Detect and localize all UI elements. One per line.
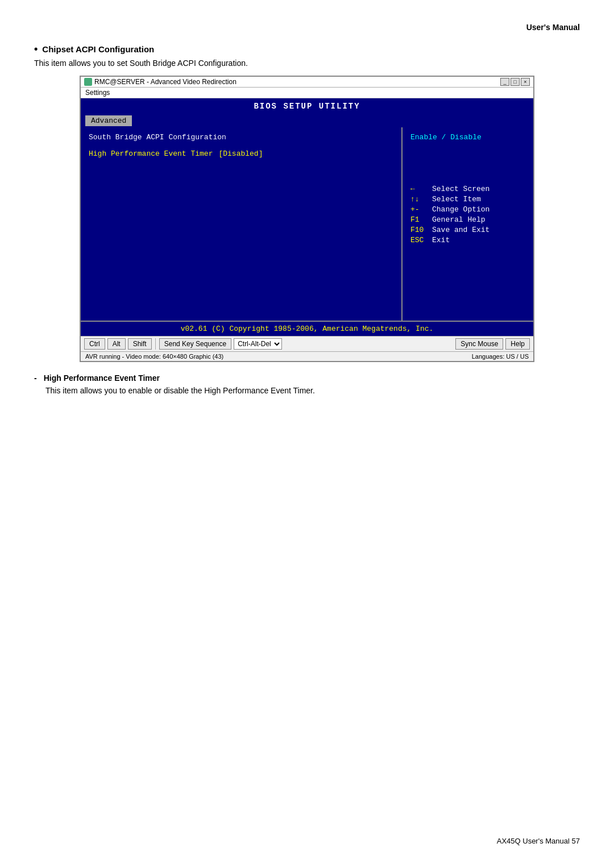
statusbar-right: Languages: US / US bbox=[472, 353, 529, 360]
bios-left-panel: South Bridge ACPI Configuration High Per… bbox=[81, 127, 403, 321]
bios-content: South Bridge ACPI Configuration High Per… bbox=[81, 127, 533, 321]
page-header: User's Manual bbox=[34, 23, 580, 32]
help-button[interactable]: Help bbox=[505, 338, 530, 350]
bios-screen: BIOS SETUP UTILITY Advanced South Bridge… bbox=[81, 98, 533, 336]
restore-button[interactable]: □ bbox=[511, 78, 520, 86]
settings-menu[interactable]: Settings bbox=[85, 89, 110, 97]
window-toolbar: Ctrl Alt Shift Send Key Sequence Ctrl-Al… bbox=[81, 336, 533, 351]
window-title: RMC@SERVER - Advanced Video Redirection bbox=[94, 78, 237, 86]
bios-section-header: South Bridge ACPI Configuration bbox=[89, 133, 393, 142]
sub-section-hpet: - High Performance Event Timer This item… bbox=[34, 373, 580, 395]
page-footer: AX45Q User's Manual 57 bbox=[497, 837, 580, 845]
shift-button[interactable]: Shift bbox=[128, 338, 152, 350]
bios-help-f10: F10 Save and Exit bbox=[410, 226, 525, 234]
send-key-sequence-button[interactable]: Send Key Sequence bbox=[159, 338, 231, 350]
bios-enable-disable: Enable / Disable bbox=[410, 133, 525, 142]
bios-footer: v02.61 (C) Copyright 1985-2006, American… bbox=[81, 321, 533, 336]
bios-help-f1: F1 General Help bbox=[410, 215, 525, 224]
minimize-button[interactable]: _ bbox=[500, 78, 509, 86]
bios-right-panel: Enable / Disable ← Select Screen ↑↓ Sele… bbox=[403, 127, 533, 321]
bullet-icon: • bbox=[34, 43, 38, 55]
sub-section-title: - High Performance Event Timer bbox=[34, 373, 580, 383]
ctrl-button[interactable]: Ctrl bbox=[84, 338, 105, 350]
chipset-acpi-title: Chipset ACPI Configuration bbox=[42, 44, 154, 54]
alt-button[interactable]: Alt bbox=[107, 338, 126, 350]
bios-help-select-screen: ← Select Screen bbox=[410, 185, 525, 193]
titlebar-left: RMC@SERVER - Advanced Video Redirection bbox=[84, 78, 237, 86]
toolbar-separator-1 bbox=[155, 338, 156, 350]
bios-help-section: ← Select Screen ↑↓ Select Item +- Change… bbox=[410, 151, 525, 244]
bios-help-select-item: ↑↓ Select Item bbox=[410, 195, 525, 203]
sync-mouse-button[interactable]: Sync Mouse bbox=[455, 338, 503, 350]
section-title: • Chipset ACPI Configuration bbox=[34, 43, 580, 55]
header-text: User's Manual bbox=[526, 23, 580, 32]
bios-help-change-option: +- Change Option bbox=[410, 205, 525, 214]
hpet-label: High Performance Event Timer bbox=[89, 149, 213, 158]
bios-tabs[interactable]: Advanced bbox=[81, 114, 533, 127]
section-description: This item allows you to set South Bridge… bbox=[34, 59, 580, 68]
window-controls[interactable]: _ □ × bbox=[500, 78, 530, 86]
key-sequence-dropdown[interactable]: Ctrl-Alt-Del bbox=[234, 338, 282, 350]
bios-header: BIOS SETUP UTILITY bbox=[81, 98, 533, 114]
window-statusbar: AVR running - Video mode: 640×480 Graphi… bbox=[81, 351, 533, 361]
hpet-value: [Disabled] bbox=[218, 149, 263, 158]
bios-help-esc: ESC Exit bbox=[410, 236, 525, 244]
close-button[interactable]: × bbox=[521, 78, 530, 86]
bios-tab-advanced[interactable]: Advanced bbox=[85, 115, 132, 126]
bios-item-hpet[interactable]: High Performance Event Timer [Disabled] bbox=[89, 149, 393, 158]
statusbar-left: AVR running - Video mode: 640×480 Graphi… bbox=[85, 353, 223, 360]
window-app-icon bbox=[84, 78, 92, 86]
hpet-section-desc: This item allows you to enable or disabl… bbox=[45, 386, 580, 395]
window-menubar[interactable]: Settings bbox=[81, 88, 533, 98]
window-titlebar: RMC@SERVER - Advanced Video Redirection … bbox=[81, 77, 533, 88]
avr-window: RMC@SERVER - Advanced Video Redirection … bbox=[80, 76, 534, 362]
hpet-section-title: High Performance Event Timer bbox=[44, 373, 160, 383]
